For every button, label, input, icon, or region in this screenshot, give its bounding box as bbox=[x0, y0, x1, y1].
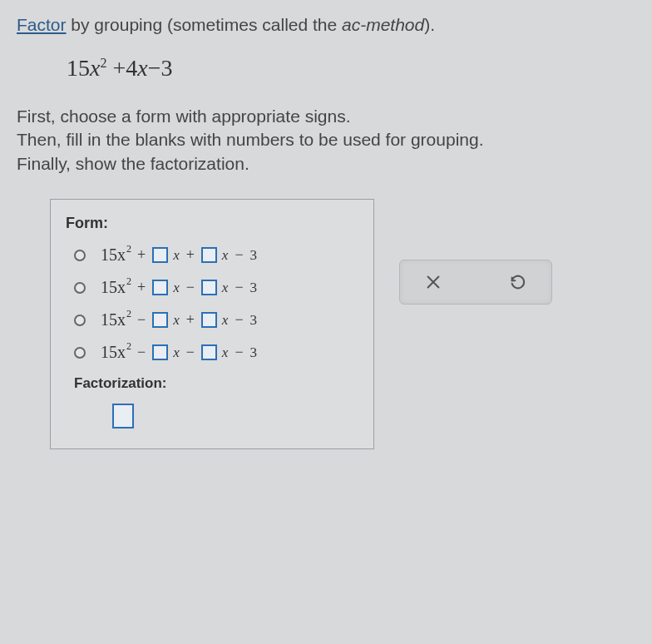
prompt-end: ). bbox=[424, 15, 435, 34]
tail-op-1: − bbox=[235, 246, 243, 264]
lead-term-2: 15x bbox=[101, 278, 126, 296]
var-x-opt4a: x bbox=[173, 344, 180, 361]
option-2-expression: 15x2 + x − x − 3 bbox=[101, 278, 257, 297]
prompt-rest-1: by grouping (sometimes called the bbox=[67, 15, 343, 34]
close-icon[interactable] bbox=[423, 272, 443, 292]
option-1-expression: 15x2 + x + x − 3 bbox=[101, 245, 257, 265]
blank-input-1b[interactable] bbox=[201, 247, 217, 263]
factorization-input[interactable] bbox=[112, 404, 134, 429]
var-x-1: x bbox=[90, 55, 100, 81]
undo-icon[interactable] bbox=[508, 272, 528, 292]
blank-input-4b[interactable] bbox=[201, 344, 217, 360]
lead-exp-3: 2 bbox=[126, 308, 131, 320]
form-title: Form: bbox=[66, 215, 358, 232]
lead-term-4: 15x bbox=[101, 343, 126, 361]
lead-exp: 2 bbox=[126, 243, 131, 255]
tail-op-2: − bbox=[235, 279, 243, 296]
tail-op-4: − bbox=[235, 344, 243, 361]
option-row-3: 15x2 − x + x − 3 bbox=[74, 310, 358, 329]
option-row-2: 15x2 + x − x − 3 bbox=[74, 278, 358, 297]
var-x-opt2a: x bbox=[173, 280, 180, 296]
var-x-opt2b: x bbox=[222, 280, 229, 296]
tail-const-2: 3 bbox=[250, 280, 258, 296]
instruction-line-2: Then, fill in the blanks with numbers to… bbox=[17, 128, 635, 151]
option-row-4: 15x2 − x − x − 3 bbox=[74, 343, 358, 362]
op-2a: + bbox=[137, 279, 146, 296]
op-2b: − bbox=[186, 279, 195, 296]
lead-term: 15x bbox=[101, 245, 126, 264]
radio-option-1[interactable] bbox=[74, 250, 86, 261]
var-x-opt1a: x bbox=[173, 247, 180, 264]
const-3: 3 bbox=[161, 55, 172, 81]
radio-option-4[interactable] bbox=[74, 347, 86, 359]
blank-input-3b[interactable] bbox=[201, 312, 217, 328]
lead-term-3: 15x bbox=[101, 310, 126, 329]
exponent-2: 2 bbox=[100, 56, 106, 70]
blank-input-1a[interactable] bbox=[152, 247, 168, 263]
tail-const-1: 3 bbox=[250, 247, 258, 264]
op-3a: − bbox=[137, 311, 146, 329]
var-x-opt4b: x bbox=[222, 344, 229, 361]
op-4b: − bbox=[186, 344, 195, 361]
instructions-block: First, choose a form with appropriate si… bbox=[17, 105, 635, 176]
blank-input-4a[interactable] bbox=[152, 344, 168, 360]
lead-exp-4: 2 bbox=[126, 340, 131, 352]
radio-option-2[interactable] bbox=[74, 282, 86, 294]
tail-const-3: 3 bbox=[250, 312, 258, 329]
mid-coef: 4 bbox=[126, 55, 137, 81]
tail-const-4: 3 bbox=[250, 344, 258, 361]
var-x-opt1b: x bbox=[222, 247, 229, 264]
op-1b: + bbox=[186, 246, 195, 264]
minus-op: − bbox=[148, 55, 161, 81]
ac-method-text: ac-method bbox=[342, 15, 424, 34]
quadratic-expression: 15x2 +4x−3 bbox=[67, 55, 635, 82]
option-3-expression: 15x2 − x + x − 3 bbox=[101, 310, 257, 329]
op-1a: + bbox=[137, 246, 146, 264]
lead-coef: 15 bbox=[67, 55, 90, 81]
factorization-title: Factorization: bbox=[74, 375, 358, 392]
toolbar bbox=[399, 260, 552, 305]
instruction-line-1: First, choose a form with appropriate si… bbox=[17, 105, 635, 128]
instruction-line-3: Finally, show the factorization. bbox=[17, 152, 635, 176]
prompt-text: Factor by grouping (sometimes called the… bbox=[17, 15, 635, 35]
blank-input-3a[interactable] bbox=[152, 312, 168, 328]
form-panel: Form: 15x2 + x + x − 3 15x2 + x − bbox=[50, 199, 374, 449]
var-x-opt3b: x bbox=[222, 312, 229, 329]
option-4-expression: 15x2 − x − x − 3 bbox=[101, 343, 257, 362]
option-row-1: 15x2 + x + x − 3 bbox=[74, 245, 358, 265]
plus-op: + bbox=[112, 55, 126, 81]
lead-exp-2: 2 bbox=[126, 275, 131, 287]
var-x-opt3a: x bbox=[173, 312, 180, 329]
blank-input-2b[interactable] bbox=[201, 280, 217, 295]
radio-option-3[interactable] bbox=[74, 315, 86, 326]
blank-input-2a[interactable] bbox=[152, 280, 168, 295]
factor-link[interactable]: Factor bbox=[17, 15, 67, 34]
tail-op-3: − bbox=[235, 311, 243, 329]
var-x-2: x bbox=[137, 55, 147, 81]
op-3b: + bbox=[186, 311, 195, 329]
op-4a: − bbox=[137, 344, 146, 361]
